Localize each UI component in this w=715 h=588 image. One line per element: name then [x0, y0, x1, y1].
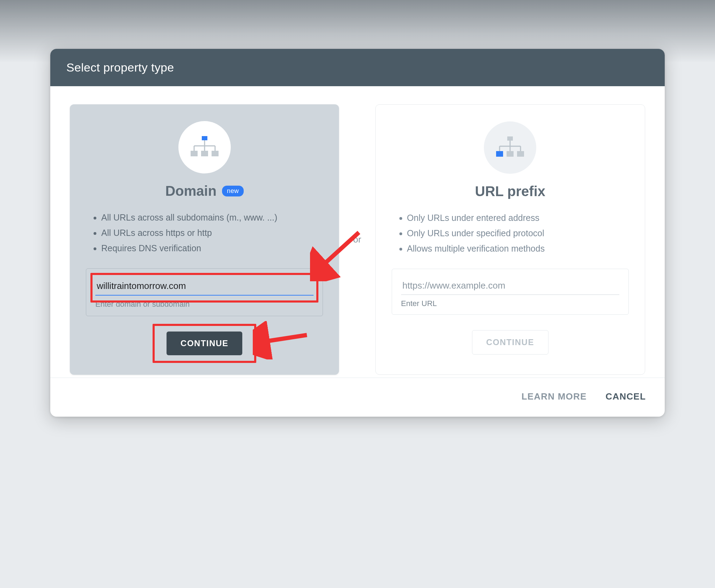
url-sitemap-icon [484, 121, 536, 174]
url-prefix-title: URL prefix [475, 184, 546, 199]
domain-sitemap-icon [178, 121, 231, 173]
or-separator: or [351, 234, 363, 245]
domain-title: Domain [165, 183, 216, 199]
svg-rect-18 [507, 151, 514, 157]
domain-features-list: All URLs across all subdomains (m., www.… [86, 210, 323, 256]
domain-input-group: Enter domain or subdomain [86, 268, 323, 316]
new-badge: new [222, 186, 244, 196]
dialog-title: Select property type [50, 49, 665, 86]
dialog-body: Domain new All URLs across all subdomain… [50, 86, 665, 378]
svg-rect-19 [517, 151, 524, 157]
domain-card[interactable]: Domain new All URLs across all subdomain… [70, 104, 339, 375]
cancel-button[interactable]: CANCEL [603, 388, 648, 405]
url-feature-item: Allows multiple verification methods [407, 241, 629, 256]
svg-rect-7 [201, 151, 208, 156]
dialog-footer: LEARN MORE CANCEL [50, 378, 665, 417]
svg-rect-17 [496, 151, 503, 157]
domain-feature-item: All URLs across https or http [101, 225, 323, 241]
url-input-helper: Enter URL [401, 299, 619, 308]
url-prefix-card[interactable]: URL prefix Only URLs under entered addre… [375, 104, 645, 375]
url-feature-item: Only URLs under specified protocol [407, 226, 629, 241]
domain-feature-item: Requires DNS verification [101, 241, 323, 256]
svg-rect-11 [507, 136, 513, 141]
domain-feature-item: All URLs across all subdomains (m., www.… [101, 210, 323, 225]
domain-continue-button[interactable]: CONTINUE [167, 332, 242, 355]
url-continue-button[interactable]: CONTINUE [472, 330, 548, 355]
url-features-list: Only URLs under entered address Only URL… [392, 210, 629, 256]
domain-input-helper: Enter domain or subdomain [95, 300, 314, 309]
url-feature-item: Only URLs under entered address [407, 210, 629, 226]
url-title-row: URL prefix [475, 184, 546, 199]
svg-rect-0 [202, 136, 207, 140]
select-property-type-dialog: Select property type Domain ne [50, 49, 665, 417]
annotation-arrow-to-continue-icon [253, 321, 312, 359]
url-input[interactable] [401, 277, 619, 295]
domain-title-row: Domain new [165, 183, 244, 199]
url-input-group: Enter URL [392, 269, 629, 315]
svg-line-10 [261, 335, 307, 342]
svg-rect-8 [212, 151, 219, 156]
svg-rect-6 [191, 151, 198, 156]
domain-input[interactable] [95, 278, 314, 296]
learn-more-button[interactable]: LEARN MORE [519, 388, 589, 405]
